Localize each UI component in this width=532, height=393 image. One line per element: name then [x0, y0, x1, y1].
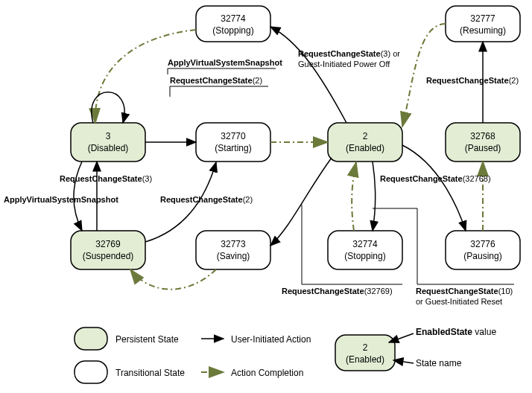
state-value: 32777 [470, 13, 495, 24]
state-stopping-top: 32774 (Stopping) [196, 6, 270, 42]
state-value: 32773 [221, 239, 246, 249]
label-reqchange2-under-starting: RequestChangeState(2) [160, 195, 253, 204]
legend-transitional-swatch [75, 361, 107, 383]
svg-text:RequestChangeState(32768): RequestChangeState(32768) [380, 174, 491, 183]
svg-rect-8 [328, 231, 402, 269]
legend-persistent-label: Persistent State [115, 334, 179, 345]
state-stopping-bottom: 32774 (Stopping) [328, 231, 402, 269]
state-name: (Pausing) [463, 251, 501, 261]
state-value: 32774 [352, 239, 378, 249]
state-value: 32770 [221, 131, 246, 141]
state-value: 32774 [221, 13, 246, 24]
svg-rect-6 [71, 231, 145, 269]
edge-stoppingB-to-enabled [352, 162, 356, 231]
svg-rect-7 [196, 231, 270, 269]
state-value: 3 [106, 131, 111, 141]
state-suspended: 32769 (Suspended) [71, 231, 145, 269]
legend: Persistent State Transitional State User… [75, 327, 496, 383]
svg-text:ApplyVirtualSystemSnapshot: ApplyVirtualSystemSnapshot [168, 58, 282, 67]
legend-persistent-swatch [75, 328, 107, 350]
legend-useraction-label: User-Initiated Action [231, 334, 311, 345]
edge-enabled-to-saving [270, 158, 332, 246]
svg-rect-2 [71, 123, 145, 162]
svg-text:RequestChangeState(3) or: RequestChangeState(3) or [298, 49, 400, 58]
legend-actioncomp-label: Action Completion [231, 368, 303, 378]
state-name: (Suspended) [83, 251, 134, 261]
label-apply-snapshot-left: ApplyVirtualSystemSnapshot [4, 195, 118, 204]
state-name: (Resuming) [460, 25, 506, 36]
svg-text:RequestChangeState(2): RequestChangeState(2) [160, 195, 253, 204]
edge-saving-to-suspended [130, 269, 216, 290]
label-apply-snapshot-top: ApplyVirtualSystemSnapshot RequestChange… [168, 58, 282, 97]
state-name: (Enabled) [346, 143, 384, 153]
state-name: (Paused) [465, 143, 501, 153]
svg-rect-22 [75, 328, 107, 350]
label-req32768: RequestChangeState(32768) [380, 174, 491, 183]
legend-sample-node: 2 (Enabled) [335, 335, 395, 371]
svg-rect-5 [446, 123, 520, 162]
state-paused: 32768 (Paused) [446, 123, 520, 162]
svg-rect-3 [196, 123, 270, 162]
svg-rect-9 [446, 231, 520, 269]
legend-callout-value-arrow [389, 333, 414, 342]
legend-enabledstate-value: EnabledState value [416, 327, 496, 337]
state-value: 32769 [95, 239, 121, 249]
svg-text:or Guest-Initiated Reset: or Guest-Initiated Reset [416, 297, 502, 306]
label-reqchange2-right: RequestChangeState(2) [426, 76, 519, 85]
state-starting: 32770 (Starting) [196, 123, 270, 162]
edge-resuming-to-enabled [402, 24, 446, 127]
edge-enabled-to-stoppingA [270, 27, 346, 123]
state-name: (Stopping) [344, 251, 385, 261]
state-value: 2 [363, 131, 368, 141]
state-name: (Starting) [215, 143, 251, 153]
legend-state-name: State name [416, 358, 462, 368]
state-pausing: 32776 (Pausing) [446, 231, 520, 269]
state-name: (Saving) [217, 251, 250, 261]
state-name: (Stopping) [212, 25, 253, 36]
svg-rect-23 [75, 361, 107, 383]
state-value: 32768 [470, 131, 495, 141]
state-disabled: 3 (Disabled) [71, 123, 145, 162]
state-name: (Disabled) [88, 143, 129, 153]
legend-transitional-label: Transitional State [115, 368, 185, 378]
label-reqchange3: RequestChangeState(3) [60, 174, 152, 183]
legend-callout-name-arrow [393, 360, 414, 363]
svg-text:RequestChangeState(2): RequestChangeState(2) [426, 76, 519, 85]
state-enabled: 2 (Enabled) [328, 123, 402, 162]
svg-text:RequestChangeState(32769): RequestChangeState(32769) [282, 287, 393, 295]
state-saving: 32773 (Saving) [196, 231, 270, 269]
svg-rect-4 [328, 123, 402, 162]
svg-text:RequestChangeState(10): RequestChangeState(10) [416, 287, 513, 295]
svg-text:RequestChangeState(2): RequestChangeState(2) [170, 76, 262, 85]
legend-sample-name: (Enabled) [346, 354, 384, 365]
svg-text:RequestChangeState(3): RequestChangeState(3) [60, 174, 152, 183]
svg-text:Guest-Initiated Power Off: Guest-Initiated Power Off [298, 60, 390, 68]
edge-enabled-to-stoppingB [373, 162, 376, 231]
state-resuming: 32777 (Resuming) [446, 6, 520, 42]
state-value: 32776 [470, 239, 495, 249]
legend-sample-value: 2 [363, 342, 368, 353]
label-reqchange3-or-poweroff: RequestChangeState(3) or Guest-Initiated… [298, 49, 400, 68]
svg-text:ApplyVirtualSystemSnapshot: ApplyVirtualSystemSnapshot [4, 195, 118, 204]
